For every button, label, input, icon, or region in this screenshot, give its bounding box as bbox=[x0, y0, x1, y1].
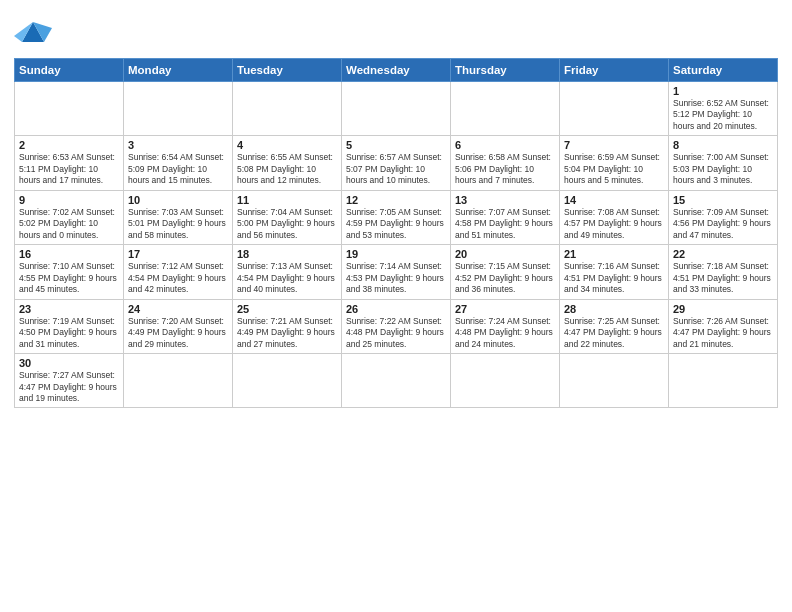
calendar-cell: 29Sunrise: 7:26 AM Sunset: 4:47 PM Dayli… bbox=[669, 299, 778, 353]
calendar-week-row: 30Sunrise: 7:27 AM Sunset: 4:47 PM Dayli… bbox=[15, 354, 778, 408]
day-info: Sunrise: 6:52 AM Sunset: 5:12 PM Dayligh… bbox=[673, 98, 773, 132]
page: SundayMondayTuesdayWednesdayThursdayFrid… bbox=[0, 0, 792, 612]
day-info: Sunrise: 7:04 AM Sunset: 5:00 PM Dayligh… bbox=[237, 207, 337, 241]
day-number: 20 bbox=[455, 248, 555, 260]
day-number: 4 bbox=[237, 139, 337, 151]
calendar-cell bbox=[124, 82, 233, 136]
calendar-table: SundayMondayTuesdayWednesdayThursdayFrid… bbox=[14, 58, 778, 408]
weekday-header-saturday: Saturday bbox=[669, 59, 778, 82]
day-number: 9 bbox=[19, 194, 119, 206]
calendar-cell: 21Sunrise: 7:16 AM Sunset: 4:51 PM Dayli… bbox=[560, 245, 669, 299]
day-number: 27 bbox=[455, 303, 555, 315]
calendar-cell bbox=[342, 354, 451, 408]
day-number: 24 bbox=[128, 303, 228, 315]
calendar-cell bbox=[233, 82, 342, 136]
weekday-header-monday: Monday bbox=[124, 59, 233, 82]
weekday-header-sunday: Sunday bbox=[15, 59, 124, 82]
day-info: Sunrise: 6:58 AM Sunset: 5:06 PM Dayligh… bbox=[455, 152, 555, 186]
day-number: 12 bbox=[346, 194, 446, 206]
day-number: 30 bbox=[19, 357, 119, 369]
calendar-cell: 20Sunrise: 7:15 AM Sunset: 4:52 PM Dayli… bbox=[451, 245, 560, 299]
day-number: 3 bbox=[128, 139, 228, 151]
calendar-week-row: 16Sunrise: 7:10 AM Sunset: 4:55 PM Dayli… bbox=[15, 245, 778, 299]
day-info: Sunrise: 6:53 AM Sunset: 5:11 PM Dayligh… bbox=[19, 152, 119, 186]
calendar-cell bbox=[451, 82, 560, 136]
day-number: 2 bbox=[19, 139, 119, 151]
day-info: Sunrise: 6:55 AM Sunset: 5:08 PM Dayligh… bbox=[237, 152, 337, 186]
calendar-cell: 3Sunrise: 6:54 AM Sunset: 5:09 PM Daylig… bbox=[124, 136, 233, 190]
generalblue-logo-icon bbox=[14, 14, 52, 52]
day-number: 18 bbox=[237, 248, 337, 260]
calendar-cell: 4Sunrise: 6:55 AM Sunset: 5:08 PM Daylig… bbox=[233, 136, 342, 190]
day-info: Sunrise: 7:26 AM Sunset: 4:47 PM Dayligh… bbox=[673, 316, 773, 350]
day-number: 7 bbox=[564, 139, 664, 151]
weekday-header-tuesday: Tuesday bbox=[233, 59, 342, 82]
calendar-cell: 5Sunrise: 6:57 AM Sunset: 5:07 PM Daylig… bbox=[342, 136, 451, 190]
calendar-cell: 13Sunrise: 7:07 AM Sunset: 4:58 PM Dayli… bbox=[451, 190, 560, 244]
day-info: Sunrise: 7:10 AM Sunset: 4:55 PM Dayligh… bbox=[19, 261, 119, 295]
calendar-cell: 15Sunrise: 7:09 AM Sunset: 4:56 PM Dayli… bbox=[669, 190, 778, 244]
calendar-week-row: 2Sunrise: 6:53 AM Sunset: 5:11 PM Daylig… bbox=[15, 136, 778, 190]
calendar-cell: 8Sunrise: 7:00 AM Sunset: 5:03 PM Daylig… bbox=[669, 136, 778, 190]
calendar-cell: 10Sunrise: 7:03 AM Sunset: 5:01 PM Dayli… bbox=[124, 190, 233, 244]
calendar-cell bbox=[451, 354, 560, 408]
calendar-cell: 28Sunrise: 7:25 AM Sunset: 4:47 PM Dayli… bbox=[560, 299, 669, 353]
calendar-cell: 1Sunrise: 6:52 AM Sunset: 5:12 PM Daylig… bbox=[669, 82, 778, 136]
day-number: 1 bbox=[673, 85, 773, 97]
day-info: Sunrise: 7:03 AM Sunset: 5:01 PM Dayligh… bbox=[128, 207, 228, 241]
day-info: Sunrise: 7:14 AM Sunset: 4:53 PM Dayligh… bbox=[346, 261, 446, 295]
day-number: 11 bbox=[237, 194, 337, 206]
calendar-cell bbox=[560, 354, 669, 408]
calendar-cell: 24Sunrise: 7:20 AM Sunset: 4:49 PM Dayli… bbox=[124, 299, 233, 353]
day-number: 19 bbox=[346, 248, 446, 260]
calendar-week-row: 1Sunrise: 6:52 AM Sunset: 5:12 PM Daylig… bbox=[15, 82, 778, 136]
day-info: Sunrise: 6:57 AM Sunset: 5:07 PM Dayligh… bbox=[346, 152, 446, 186]
weekday-header-thursday: Thursday bbox=[451, 59, 560, 82]
day-info: Sunrise: 7:18 AM Sunset: 4:51 PM Dayligh… bbox=[673, 261, 773, 295]
day-number: 28 bbox=[564, 303, 664, 315]
calendar-cell: 25Sunrise: 7:21 AM Sunset: 4:49 PM Dayli… bbox=[233, 299, 342, 353]
day-number: 26 bbox=[346, 303, 446, 315]
calendar-cell: 14Sunrise: 7:08 AM Sunset: 4:57 PM Dayli… bbox=[560, 190, 669, 244]
header bbox=[14, 10, 778, 52]
day-number: 17 bbox=[128, 248, 228, 260]
day-info: Sunrise: 7:00 AM Sunset: 5:03 PM Dayligh… bbox=[673, 152, 773, 186]
weekday-header-row: SundayMondayTuesdayWednesdayThursdayFrid… bbox=[15, 59, 778, 82]
day-info: Sunrise: 7:16 AM Sunset: 4:51 PM Dayligh… bbox=[564, 261, 664, 295]
day-info: Sunrise: 7:21 AM Sunset: 4:49 PM Dayligh… bbox=[237, 316, 337, 350]
calendar-cell: 22Sunrise: 7:18 AM Sunset: 4:51 PM Dayli… bbox=[669, 245, 778, 299]
calendar-cell: 12Sunrise: 7:05 AM Sunset: 4:59 PM Dayli… bbox=[342, 190, 451, 244]
calendar-cell: 17Sunrise: 7:12 AM Sunset: 4:54 PM Dayli… bbox=[124, 245, 233, 299]
calendar-cell: 19Sunrise: 7:14 AM Sunset: 4:53 PM Dayli… bbox=[342, 245, 451, 299]
calendar-cell: 6Sunrise: 6:58 AM Sunset: 5:06 PM Daylig… bbox=[451, 136, 560, 190]
day-info: Sunrise: 7:07 AM Sunset: 4:58 PM Dayligh… bbox=[455, 207, 555, 241]
calendar-cell: 7Sunrise: 6:59 AM Sunset: 5:04 PM Daylig… bbox=[560, 136, 669, 190]
calendar-cell bbox=[560, 82, 669, 136]
day-info: Sunrise: 7:24 AM Sunset: 4:48 PM Dayligh… bbox=[455, 316, 555, 350]
calendar-cell: 27Sunrise: 7:24 AM Sunset: 4:48 PM Dayli… bbox=[451, 299, 560, 353]
day-info: Sunrise: 7:12 AM Sunset: 4:54 PM Dayligh… bbox=[128, 261, 228, 295]
day-number: 22 bbox=[673, 248, 773, 260]
calendar-cell: 2Sunrise: 6:53 AM Sunset: 5:11 PM Daylig… bbox=[15, 136, 124, 190]
day-info: Sunrise: 7:08 AM Sunset: 4:57 PM Dayligh… bbox=[564, 207, 664, 241]
day-info: Sunrise: 7:19 AM Sunset: 4:50 PM Dayligh… bbox=[19, 316, 119, 350]
calendar-cell bbox=[124, 354, 233, 408]
day-number: 13 bbox=[455, 194, 555, 206]
day-info: Sunrise: 6:54 AM Sunset: 5:09 PM Dayligh… bbox=[128, 152, 228, 186]
calendar-cell: 23Sunrise: 7:19 AM Sunset: 4:50 PM Dayli… bbox=[15, 299, 124, 353]
day-number: 10 bbox=[128, 194, 228, 206]
calendar-cell: 18Sunrise: 7:13 AM Sunset: 4:54 PM Dayli… bbox=[233, 245, 342, 299]
weekday-header-wednesday: Wednesday bbox=[342, 59, 451, 82]
day-info: Sunrise: 7:20 AM Sunset: 4:49 PM Dayligh… bbox=[128, 316, 228, 350]
weekday-header-friday: Friday bbox=[560, 59, 669, 82]
calendar-cell: 11Sunrise: 7:04 AM Sunset: 5:00 PM Dayli… bbox=[233, 190, 342, 244]
calendar-cell: 30Sunrise: 7:27 AM Sunset: 4:47 PM Dayli… bbox=[15, 354, 124, 408]
day-number: 8 bbox=[673, 139, 773, 151]
day-number: 14 bbox=[564, 194, 664, 206]
day-number: 5 bbox=[346, 139, 446, 151]
calendar-cell: 16Sunrise: 7:10 AM Sunset: 4:55 PM Dayli… bbox=[15, 245, 124, 299]
calendar-week-row: 23Sunrise: 7:19 AM Sunset: 4:50 PM Dayli… bbox=[15, 299, 778, 353]
day-number: 29 bbox=[673, 303, 773, 315]
day-info: Sunrise: 7:13 AM Sunset: 4:54 PM Dayligh… bbox=[237, 261, 337, 295]
calendar-cell: 26Sunrise: 7:22 AM Sunset: 4:48 PM Dayli… bbox=[342, 299, 451, 353]
